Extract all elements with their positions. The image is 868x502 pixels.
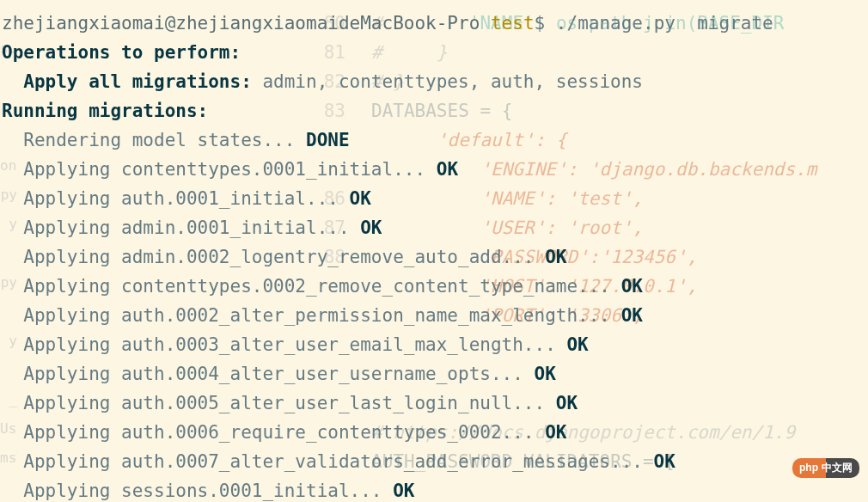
rendering-line: Rendering model states... DONE [2, 126, 868, 155]
migration-line-8: Applying auth.0004_alter_user_username_o… [2, 359, 868, 389]
running-header: Running migrations: [2, 96, 868, 126]
migration-line-12: Applying sessions.0001_initial... OK [2, 476, 868, 502]
migration-line-1: Applying contenttypes.0001_initial... OK [2, 155, 868, 184]
apply-all-line: Apply all migrations: admin, contenttype… [2, 67, 868, 96]
migration-line-2: Applying auth.0001_initial... OK [2, 184, 868, 213]
command-text: ./manage.py migrate [556, 13, 773, 34]
prompt-directory: test [491, 13, 535, 34]
migration-line-7: Applying auth.0003_alter_user_email_max_… [2, 330, 868, 359]
migration-line-11: Applying auth.0007_alter_validators_add_… [2, 447, 868, 476]
prompt-symbol: $ [535, 13, 546, 34]
shell-prompt-line: zhejiangxiaomai@zhejiangxiaomaideMacBook… [2, 9, 868, 38]
migration-line-10: Applying auth.0006_require_contenttypes_… [2, 418, 868, 447]
watermark-logo: php中文网 [792, 458, 859, 478]
migration-line-3: Applying admin.0001_initial... OK [2, 213, 868, 242]
migration-line-4: Applying admin.0002_logentry_remove_auto… [2, 242, 868, 272]
terminal-output[interactable]: zhejiangxiaomai@zhejiangxiaomaideMacBook… [0, 0, 868, 502]
prompt-user-host: zhejiangxiaomai@zhejiangxiaomaideMacBook… [2, 13, 480, 34]
operations-header: Operations to perform: [2, 38, 868, 67]
migration-line-6: Applying auth.0002_alter_permission_name… [2, 301, 868, 330]
migration-line-5: Applying contenttypes.0002_remove_conten… [2, 272, 868, 301]
migration-line-9: Applying auth.0005_alter_user_last_login… [2, 389, 868, 418]
